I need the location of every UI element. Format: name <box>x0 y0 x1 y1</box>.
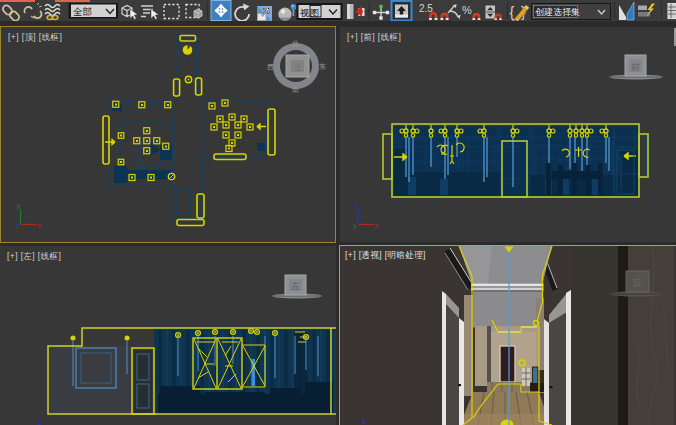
svg-text:北: 北 <box>292 40 299 48</box>
svg-text:南: 南 <box>292 86 299 93</box>
svg-text:z: z <box>355 201 359 210</box>
svg-text:%: % <box>462 4 472 16</box>
svg-text:左: 左 <box>291 281 300 291</box>
svg-text:x: x <box>375 221 379 230</box>
svg-text:视图: 视图 <box>300 7 319 18</box>
svg-text:上: 上 <box>294 62 303 72</box>
svg-text:z: z <box>16 221 20 230</box>
svg-text:y: y <box>353 222 357 230</box>
svg-text:x: x <box>38 221 42 230</box>
svg-text:西: 西 <box>267 63 274 71</box>
svg-text:后: 后 <box>632 278 641 288</box>
svg-text:z: z <box>38 418 42 425</box>
svg-text:前: 前 <box>631 62 640 72</box>
svg-text:东: 东 <box>319 63 326 70</box>
svg-text:y: y <box>17 201 21 210</box>
svg-text:z: z <box>362 417 366 425</box>
svg-text:全部: 全部 <box>73 6 92 17</box>
svg-text:创建选择集: 创建选择集 <box>535 7 580 17</box>
